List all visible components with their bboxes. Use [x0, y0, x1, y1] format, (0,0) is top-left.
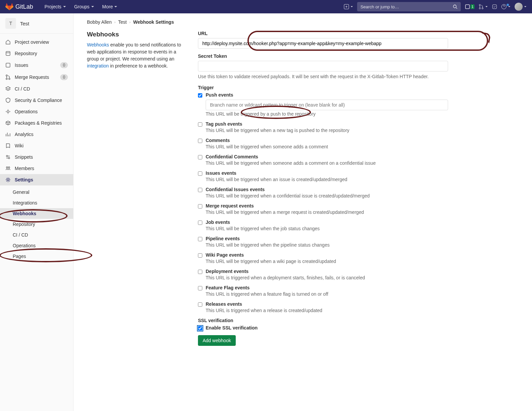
nav-groups[interactable]: Groups: [71, 2, 98, 11]
settings-sub-operations[interactable]: Operations: [0, 240, 73, 251]
svg-rect-6: [493, 5, 497, 9]
global-search[interactable]: [357, 2, 461, 11]
sidebar-item-ci-cd[interactable]: CI / CD: [0, 83, 73, 95]
settings-sub-repository[interactable]: Repository: [0, 219, 73, 230]
svg-point-17: [8, 167, 10, 168]
chevron-down-icon: [91, 5, 94, 8]
secret-token-label: Secret Token: [198, 53, 448, 59]
svg-point-18: [7, 179, 9, 181]
sidebar-item-operations[interactable]: Operations: [0, 106, 73, 117]
sidebar-item-project-overview[interactable]: Project overview: [0, 36, 73, 48]
svg-point-5: [482, 8, 483, 9]
breadcrumb-item[interactable]: Test: [118, 19, 127, 25]
integration-doc-link[interactable]: integration: [87, 63, 109, 68]
breadcrumb-current: Webhook Settings: [133, 19, 174, 25]
trigger-checkbox-pipeline-events[interactable]: [198, 237, 202, 241]
project-header[interactable]: T Test: [0, 13, 73, 34]
trigger-label: Deployment events: [206, 269, 248, 274]
breadcrumb: Bobby Allen › Test › Webhook Settings: [87, 17, 448, 31]
settings-sub-ci-cd[interactable]: CI / CD: [0, 230, 73, 240]
svg-point-13: [7, 111, 9, 113]
settings-sub-integrations[interactable]: Integrations: [0, 197, 73, 208]
sidebar-item-wiki[interactable]: Wiki: [0, 140, 73, 151]
nav-projects[interactable]: Projects: [41, 2, 70, 11]
todos-shortcut[interactable]: [492, 4, 497, 9]
trigger-description: This URL will be triggered by a push to …: [206, 111, 448, 117]
trigger-checkbox-comments[interactable]: [198, 139, 202, 143]
plus-icon: [344, 4, 349, 9]
page-description: Webhooks enable you to send notification…: [87, 41, 187, 70]
svg-point-11: [6, 78, 7, 80]
chevron-down-icon: [524, 5, 527, 8]
trigger-description: This URL will be triggered when someone …: [206, 160, 448, 166]
trigger-checkbox-releases-events[interactable]: [198, 302, 202, 307]
trigger-label: Confidential Comments: [206, 154, 258, 159]
secret-token-input[interactable]: [198, 61, 448, 72]
trigger-checkbox-deployment-events[interactable]: [198, 270, 202, 274]
trigger-description: This URL will be triggered when the job …: [206, 226, 448, 231]
trigger-checkbox-push-events[interactable]: [198, 93, 202, 98]
svg-point-10: [6, 75, 7, 76]
svg-point-1: [453, 5, 456, 8]
gitlab-logo[interactable]: GitLab: [5, 3, 33, 11]
trigger-description: This URL will be triggered when a confid…: [206, 193, 448, 198]
project-sidebar: T Test Project overviewRepositoryIssues0…: [0, 13, 74, 411]
sidebar-item-issues[interactable]: Issues0: [0, 59, 73, 71]
trigger-checkbox-merge-request-events[interactable]: [198, 204, 202, 209]
trigger-checkbox-tag-push-events[interactable]: [198, 122, 202, 127]
trigger-label: Issues events: [206, 170, 236, 176]
notification-dot: [507, 4, 509, 6]
sidebar-item-packages-registries[interactable]: Packages & Registries: [0, 117, 73, 129]
sidebar-item-settings[interactable]: Settings: [0, 174, 73, 185]
chevron-down-icon: [350, 5, 353, 8]
todo-icon: [492, 4, 497, 9]
search-input[interactable]: [360, 4, 453, 9]
new-dropdown[interactable]: [344, 4, 353, 9]
merge-requests-shortcut[interactable]: [478, 4, 488, 9]
merge-icon: [478, 4, 484, 9]
sidebar-item-merge-requests[interactable]: Merge Requests0: [0, 71, 73, 83]
svg-point-3: [479, 4, 481, 6]
trigger-label: Comments: [206, 138, 230, 143]
sidebar-item-members[interactable]: Members: [0, 163, 73, 174]
trigger-checkbox-confidential-issues-events[interactable]: [198, 188, 202, 192]
trigger-label: Pipeline events: [206, 236, 240, 241]
settings-sub-webhooks[interactable]: Webhooks: [0, 208, 73, 219]
svg-point-16: [6, 167, 8, 168]
svg-point-14: [6, 155, 8, 157]
trigger-label: Feature Flag events: [206, 285, 250, 290]
trigger-label: Releases events: [206, 301, 242, 307]
svg-point-12: [9, 78, 10, 80]
branch-filter-input[interactable]: [206, 100, 448, 110]
issues-icon: [465, 4, 470, 9]
sidebar-item-repository[interactable]: Repository: [0, 48, 73, 59]
ssl-checkbox[interactable]: [198, 326, 202, 330]
chevron-down-icon: [63, 5, 66, 8]
user-avatar: [515, 3, 523, 11]
trigger-checkbox-job-events[interactable]: [198, 221, 202, 225]
brand-text: GitLab: [15, 3, 33, 10]
webhooks-doc-link[interactable]: Webhooks: [87, 42, 109, 47]
trigger-checkbox-feature-flag-events[interactable]: [198, 286, 202, 290]
add-webhook-button[interactable]: Add webhook: [198, 335, 236, 346]
chevron-right-icon: ›: [114, 20, 115, 24]
breadcrumb-item[interactable]: Bobby Allen: [87, 19, 112, 25]
sidebar-item-snippets[interactable]: Snippets: [0, 151, 73, 163]
issues-shortcut[interactable]: 1: [465, 4, 474, 9]
settings-sub-pages[interactable]: Pages: [0, 251, 73, 262]
trigger-description: This URL is triggered when a feature fla…: [206, 291, 448, 297]
trigger-checkbox-issues-events[interactable]: [198, 171, 202, 176]
chevron-down-icon: [485, 5, 488, 8]
url-label: URL: [198, 31, 448, 36]
trigger-checkbox-wiki-page-events[interactable]: [198, 253, 202, 258]
url-input[interactable]: [198, 38, 448, 49]
nav-more[interactable]: More: [99, 2, 121, 11]
sidebar-item-security-compliance[interactable]: Security & Compliance: [0, 95, 73, 106]
ssl-heading: SSL verification: [198, 318, 448, 323]
user-menu[interactable]: [515, 3, 527, 11]
help-dropdown[interactable]: [501, 4, 511, 9]
sidebar-item-analytics[interactable]: Analytics: [0, 129, 73, 140]
settings-sub-general[interactable]: General: [0, 187, 73, 197]
trigger-checkbox-confidential-comments[interactable]: [198, 155, 202, 159]
svg-rect-8: [6, 51, 10, 55]
